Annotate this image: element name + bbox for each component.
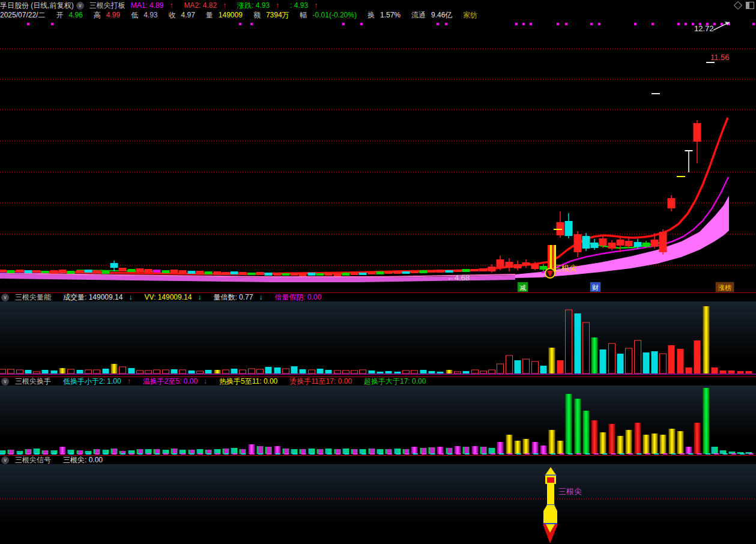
signal-panel-chart[interactable]: 三根尖 — [0, 464, 756, 544]
panel-title-volume: 三根尖量能 — [15, 292, 57, 303]
tdx-app: 孚日股份 (日线,前复权) ∨ 三根尖打板 MA1: 4.89↑MA2: 4.8… — [0, 0, 756, 544]
svg-text:减: 减 — [519, 284, 526, 291]
candles — [0, 120, 701, 276]
indicator-readout: VV: 149009.14↓ — [144, 293, 207, 301]
diamond-icon[interactable] — [734, 1, 742, 10]
marker-badge-财[interactable]: 财 — [590, 282, 600, 292]
chevron-down-icon[interactable]: ∨ — [1, 378, 9, 385]
price-red-label: 11.56 — [710, 53, 730, 62]
turnover-bars — [0, 388, 752, 454]
quote-field: 高4.99 — [94, 10, 125, 20]
trend-arrow-icon: ↓ — [129, 293, 132, 301]
trend-arrow-icon: ↓ — [198, 293, 201, 301]
indicator-readout: 温换手2至5: 0.00↓ — [143, 376, 213, 387]
quote-field: 收4.97 — [168, 10, 200, 20]
indicator-readout: 三根尖: 0.00 — [63, 455, 109, 465]
indicator-readout: 倍量假阴: 0.00 — [274, 292, 327, 303]
indicator-title: 三根尖打板 — [89, 1, 125, 11]
price-dash-marks — [554, 62, 715, 229]
trend-arrow-icon: ↓ — [259, 293, 262, 301]
chevron-down-icon[interactable]: ∨ — [1, 456, 9, 464]
quote-field: 低4.93 — [131, 10, 163, 20]
panel-separator — [0, 292, 756, 293]
info-bar-2: 2025/07/22/二开4.96高4.99低4.93收4.97量149009额… — [0, 10, 756, 20]
indicator-readout: 烫换手11至17: 0.00 — [289, 376, 358, 387]
quote-field: 开4.96 — [56, 10, 88, 20]
volume-bars — [0, 306, 752, 373]
trend-arrow-icon: ↓ — [204, 377, 207, 385]
trend-arrow-icon: ↑ — [276, 1, 279, 10]
chevron-down-icon[interactable]: ∨ — [76, 2, 84, 10]
turnover-bar-chart[interactable] — [0, 385, 756, 455]
rocket-signal-icon — [543, 467, 558, 543]
ma-lines — [0, 118, 728, 274]
svg-text:涨榜: 涨榜 — [718, 284, 731, 291]
trend-arrow-icon: ↑ — [127, 377, 131, 385]
grid-lines — [0, 49, 756, 265]
trend-arrow-icon: ↑ — [314, 1, 318, 10]
svg-text:财: 财 — [592, 284, 599, 291]
info-bar-1: 孚日股份 (日线,前复权) ∨ 三根尖打板 MA1: 4.89↑MA2: 4.8… — [0, 1, 756, 10]
header-readout: MA1: 4.89↑ — [131, 1, 179, 10]
quote-field[interactable]: 家纺 — [463, 10, 483, 20]
panel-toggle-icon[interactable] — [746, 2, 754, 9]
marker-badge-减[interactable]: 减 — [518, 282, 528, 292]
header-readout: : 4.93↑ — [290, 1, 323, 10]
panel-title-signal: 三根尖信号 — [15, 455, 57, 465]
price-low-label: ←4.68 — [447, 273, 470, 282]
quote-field: 额7394万 — [253, 10, 295, 20]
volume-panel-header: ∨三根尖量能成交量: 149009.14↓VV: 149009.14↓量倍数: … — [0, 293, 333, 301]
volume-bar-chart[interactable] — [0, 301, 756, 376]
chevron-down-icon[interactable]: ∨ — [1, 294, 9, 301]
price-high-label: 12.72 — [694, 24, 714, 33]
trend-arrow-icon: ↑ — [169, 1, 173, 10]
stock-title: 孚日股份 (日线,前复权) — [0, 1, 74, 11]
signal-label-main: 三根尖 — [554, 264, 577, 273]
panel-separator — [0, 376, 756, 377]
magenta-dot-row — [27, 23, 755, 25]
indicator-readout: 成交量: 149009.14↓ — [63, 292, 138, 303]
header-readout: 涨跌: 4.93↑ — [237, 1, 285, 10]
indicator-readout: 低换手小于2: 1.00↑ — [63, 376, 137, 387]
quote-field: 流通9.46亿 — [411, 10, 458, 20]
pink-ma-band — [0, 196, 729, 282]
quote-field: 量149009 — [206, 10, 248, 20]
trend-arrow-icon: ↑ — [223, 1, 226, 10]
panel-title-turnover: 三根尖换手 — [15, 376, 57, 387]
panel-separator — [0, 455, 756, 456]
quote-field: 换1.57% — [367, 10, 406, 20]
signal-panel-header: ∨三根尖信号三根尖: 0.00 — [0, 456, 115, 464]
indicator-readout: 热换手5至11: 0.00 — [219, 376, 283, 387]
window-icons — [735, 2, 754, 9]
quote-field: 2025/07/22/二 — [0, 10, 50, 20]
marker-badge-涨榜[interactable]: 涨榜 — [716, 282, 734, 292]
indicator-readout: 量倍数: 0.77↓ — [213, 292, 268, 303]
main-candlestick-chart[interactable]: 12.7211.56←4.68三根尖减财涨榜 — [0, 20, 756, 292]
header-readout: MA2: 4.82↑ — [184, 1, 232, 10]
quote-field: 幅-0.01(-0.20%) — [300, 10, 362, 20]
rocket-signal-label: 三根尖 — [558, 487, 582, 496]
turnover-panel-header: ∨三根尖换手低换手小于2: 1.00↑温换手2至5: 0.00↓热换手5至11:… — [0, 377, 438, 385]
indicator-readout: 超换手大于17: 0.00 — [364, 376, 432, 387]
ma-readouts: MA1: 4.89↑MA2: 4.82↑涨跌: 4.93↑: 4.93↑ — [131, 1, 328, 11]
turnover-zero-dashes — [0, 453, 754, 455]
